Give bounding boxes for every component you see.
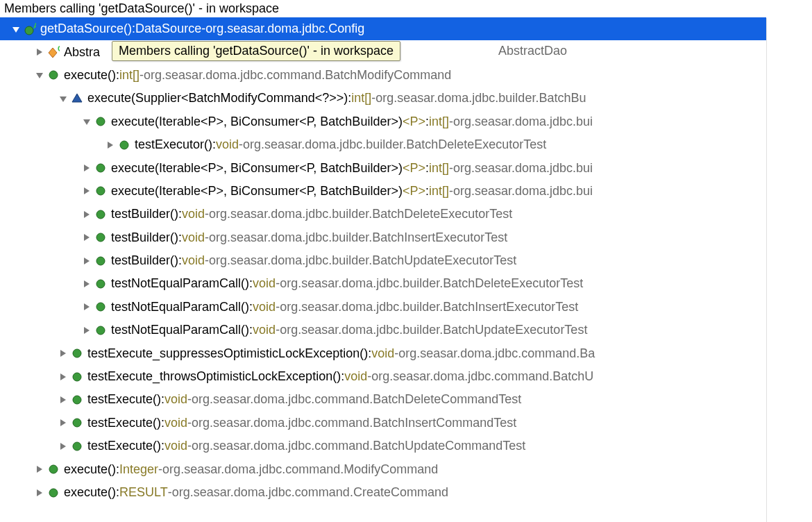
abstract-method-icon: A	[24, 23, 36, 35]
expand-arrow-closed-icon[interactable]	[35, 488, 44, 498]
svg-marker-14	[84, 165, 90, 171]
svg-marker-3	[37, 49, 42, 56]
expand-arrow-closed-icon[interactable]	[82, 186, 92, 196]
return-type: int[]	[119, 68, 139, 83]
tree-row[interactable]: testExecute_suppressesOptimisticLockExce…	[0, 342, 766, 364]
expand-arrow-closed-icon[interactable]	[58, 348, 68, 358]
public-method-icon	[94, 162, 107, 174]
return-type: Integer	[119, 462, 158, 477]
expand-arrow-closed-icon[interactable]	[58, 418, 68, 428]
expand-arrow-closed-icon[interactable]	[82, 256, 92, 266]
svg-marker-8	[60, 96, 67, 102]
tree-row[interactable]: testExecute() : void - org.seasar.doma.j…	[0, 412, 766, 435]
expand-arrow-closed-icon[interactable]	[58, 395, 68, 405]
tree-row[interactable]: testExecute_throwsOptimisticLockExceptio…	[0, 365, 766, 388]
package-name: org.seasar.doma.jdbc.builder.BatchDelete…	[209, 207, 512, 221]
public-method-icon	[94, 115, 107, 128]
tree-row[interactable]: testBuilder() : void - org.seasar.doma.j…	[0, 203, 766, 226]
public-method-icon	[71, 394, 83, 406]
tree-row[interactable]: execute() : Integer - org.seasar.doma.jd…	[0, 457, 766, 480]
method-name: Abstra	[64, 45, 100, 60]
tree-row[interactable]: execute(Supplier<BatchModifyCommand<?>>)…	[0, 87, 766, 110]
generic-hint: <P>	[403, 161, 425, 176]
method-name: execute(Iterable<P>, BiConsumer<P, Batch…	[111, 184, 403, 199]
package-name: org.seasar.doma.jdbc.bui	[453, 115, 593, 129]
call-hierarchy-tree[interactable]: AgetDataSource() : DataSource - org.seas…	[0, 17, 812, 504]
public-method-icon	[94, 231, 107, 244]
svg-marker-18	[84, 211, 90, 218]
package-name: org.seasar.doma.jdbc.command.BatchUpdate…	[192, 439, 525, 453]
return-type: DataSource	[135, 22, 201, 36]
expand-arrow-open-icon[interactable]	[58, 94, 68, 103]
expand-arrow-closed-icon[interactable]	[35, 464, 44, 474]
package-name: org.seasar.doma.jdbc.builder.BatchDelete…	[280, 276, 583, 291]
svg-point-23	[96, 257, 105, 265]
tree-row[interactable]: testNotEqualParamCall() : void - org.sea…	[0, 319, 766, 342]
expand-arrow-closed-icon[interactable]	[35, 47, 44, 57]
tree-row[interactable]: execute() : int[] - org.seasar.doma.jdbc…	[0, 64, 766, 87]
tree-row[interactable]: execute(Iterable<P>, BiConsumer<P, Batch…	[0, 180, 766, 203]
tree-row[interactable]: testNotEqualParamCall() : void - org.sea…	[0, 296, 766, 319]
expand-arrow-open-icon[interactable]	[11, 24, 21, 34]
svg-marker-24	[84, 280, 90, 287]
svg-point-41	[49, 465, 58, 473]
tree-row[interactable]: AgetDataSource() : DataSource - org.seas…	[0, 17, 766, 40]
tree-row[interactable]: testExecutor() : void - org.seasar.doma.…	[0, 133, 766, 156]
return-type: int[]	[429, 184, 449, 199]
return-type: void	[344, 369, 367, 384]
tree-row[interactable]: execute(Iterable<P>, BiConsumer<P, Batch…	[0, 156, 766, 179]
expand-arrow-closed-icon[interactable]	[58, 441, 68, 451]
method-name: execute(Iterable<P>, BiConsumer<P, Batch…	[111, 161, 403, 176]
svg-point-43	[49, 489, 58, 497]
expand-arrow-open-icon[interactable]	[82, 117, 92, 126]
method-name: testExecute_suppressesOptimisticLockExce…	[87, 346, 368, 361]
return-type: int[]	[429, 115, 449, 129]
return-type: RESULT	[119, 485, 168, 500]
public-method-icon	[94, 255, 107, 267]
svg-marker-0	[12, 27, 19, 33]
svg-marker-10	[83, 119, 90, 125]
method-name: execute(Iterable<P>, BiConsumer<P, Batch…	[111, 115, 403, 129]
svg-point-21	[96, 233, 105, 242]
svg-marker-9	[72, 94, 82, 102]
expand-arrow-closed-icon[interactable]	[82, 233, 92, 242]
svg-point-29	[96, 326, 105, 335]
expand-arrow-closed-icon[interactable]	[82, 302, 92, 312]
package-name: org.seasar.doma.jdbc.command.BatchModify…	[144, 68, 451, 83]
method-name: execute()	[64, 462, 116, 477]
svg-marker-30	[60, 350, 66, 357]
tree-row[interactable]: testNotEqualParamCall() : void - org.sea…	[0, 272, 766, 295]
expand-arrow-closed-icon[interactable]	[105, 140, 115, 150]
public-method-icon	[118, 139, 130, 151]
tree-row[interactable]: testExecute() : void - org.seasar.doma.j…	[0, 435, 766, 457]
svg-point-11	[96, 117, 105, 126]
expand-arrow-closed-icon[interactable]	[82, 163, 92, 173]
svg-marker-38	[60, 443, 66, 450]
tree-row[interactable]: execute(Iterable<P>, BiConsumer<P, Batch…	[0, 110, 766, 133]
svg-marker-26	[84, 303, 90, 310]
scrollbar-area[interactable]	[766, 18, 812, 522]
tree-row[interactable]: testExecute() : void - org.seasar.doma.j…	[0, 388, 766, 411]
package-name: org.seasar.doma.jdbc.command.BatchInsert…	[192, 416, 516, 430]
tree-row[interactable]: testBuilder() : void - org.seasar.doma.j…	[0, 249, 766, 272]
method-name: testExecute()	[87, 392, 161, 407]
tree-row[interactable]: testBuilder() : void - org.seasar.doma.j…	[0, 226, 766, 249]
expand-arrow-closed-icon[interactable]	[82, 279, 92, 289]
public-method-icon	[71, 347, 83, 360]
package-name: org.seasar.doma.jdbc.builder.BatchDelete…	[243, 137, 546, 152]
svg-point-15	[96, 164, 105, 172]
expand-arrow-closed-icon[interactable]	[82, 326, 92, 335]
return-type: void	[216, 137, 239, 152]
generic-hint: <P>	[403, 184, 425, 199]
return-type: void	[164, 439, 187, 453]
expand-arrow-closed-icon[interactable]	[82, 210, 92, 219]
expand-arrow-closed-icon[interactable]	[58, 372, 68, 382]
svg-point-25	[96, 280, 105, 288]
package-name: org.seasar.doma.jdbc.command.BatchDelete…	[192, 392, 521, 407]
tree-row[interactable]: execute() : RESULT - org.seasar.doma.jdb…	[0, 481, 766, 504]
method-name: testNotEqualParamCall()	[111, 276, 249, 291]
svg-point-39	[73, 442, 81, 451]
package-name: org.seasar.doma.jdbc.builder.BatchUpdate…	[209, 253, 516, 268]
method-name: testExecute()	[87, 416, 161, 430]
expand-arrow-open-icon[interactable]	[35, 70, 44, 80]
